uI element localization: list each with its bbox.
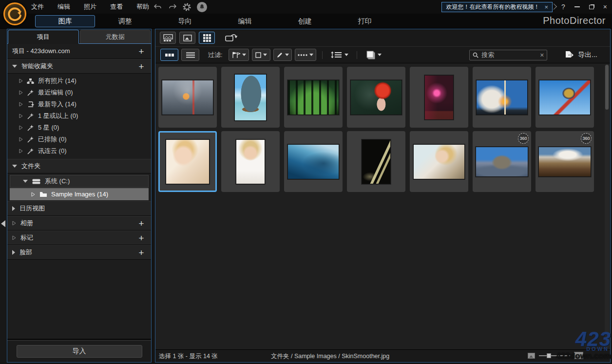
photo-thumbnail-skateboarder-sky[interactable] xyxy=(536,67,594,128)
expander-icon[interactable] xyxy=(19,78,23,83)
flag-filter-button[interactable] xyxy=(229,49,249,61)
more-filters-button[interactable] xyxy=(295,49,316,61)
expander-icon[interactable] xyxy=(19,114,23,118)
photo-thumbnail-basketball-dunk[interactable] xyxy=(158,67,217,128)
photo-thumbnail-pano-360-desert[interactable]: 360 xyxy=(536,131,594,192)
section-albums[interactable]: 相册 + xyxy=(7,216,151,230)
search-input[interactable] xyxy=(481,51,537,58)
photo-image xyxy=(236,139,265,184)
photo-thumbnail-pano-360-canyon[interactable]: 360 xyxy=(473,131,531,192)
expander-icon[interactable] xyxy=(19,125,23,130)
tab-create[interactable]: 创建 xyxy=(275,15,335,27)
browser-and-viewer-mode-button[interactable] xyxy=(160,32,176,44)
menu-view[interactable]: 查看 xyxy=(110,2,123,11)
tab-edit[interactable]: 编辑 xyxy=(215,15,275,27)
tab-print[interactable]: 打印 xyxy=(335,15,395,27)
section-smart-collection[interactable]: 智能收藏夹 + xyxy=(7,59,151,74)
section-calendar-view[interactable]: 日历视图 xyxy=(7,201,151,216)
thumbnail-view-button[interactable] xyxy=(160,49,178,61)
photo-thumbnail-woman-leaning[interactable] xyxy=(410,131,468,192)
photo-image xyxy=(539,80,591,115)
expand-down-icon[interactable] xyxy=(12,165,17,168)
expander-icon[interactable] xyxy=(19,102,23,107)
undo-icon[interactable] xyxy=(153,3,162,10)
expander-icon[interactable] xyxy=(12,235,16,240)
sort-order-button[interactable] xyxy=(328,49,351,61)
photo-thumbnail-red-maple-leaf[interactable] xyxy=(347,67,405,128)
tree-item-all-photos[interactable]: 所有照片 (14) xyxy=(7,75,151,87)
tab-adjust[interactable]: 调整 xyxy=(95,15,155,27)
photo-thumbnail-neon-sign-storefront[interactable] xyxy=(410,67,468,128)
export-button[interactable]: 导出... xyxy=(559,49,603,61)
expander-icon[interactable] xyxy=(19,90,23,95)
folder-sample-images-selected[interactable]: Sample Images (14) xyxy=(10,188,149,200)
tree-item-latest-import[interactable]: 最新导入 (14) xyxy=(7,98,151,110)
photo-thumbnail-dark-window-light[interactable] xyxy=(347,131,405,192)
tab-metadata[interactable]: 元数据 xyxy=(80,30,151,43)
settings-gear-icon[interactable] xyxy=(183,3,191,11)
minimize-button[interactable] xyxy=(574,6,580,7)
label-filter-button[interactable] xyxy=(273,49,292,61)
section-folders[interactable]: 文件夹 xyxy=(7,159,151,173)
add-tag-button[interactable]: + xyxy=(136,233,146,243)
project-label: 项目 - 423down.com xyxy=(12,47,70,56)
watermark: 423 DOWN 423down.com xyxy=(556,329,611,360)
help-button[interactable]: ? xyxy=(561,3,565,11)
magic-wand-icon xyxy=(26,89,35,96)
list-view-button[interactable] xyxy=(181,49,199,61)
dropdown-caret-icon xyxy=(344,54,348,56)
viewer-only-mode-button[interactable] xyxy=(179,32,195,44)
slider-handle[interactable] xyxy=(547,353,551,358)
add-album-button[interactable]: + xyxy=(136,219,146,228)
rating-filter-button[interactable] xyxy=(252,49,270,61)
tab-library[interactable]: 图库 xyxy=(35,15,95,27)
tab-guided[interactable]: 导向 xyxy=(155,15,215,27)
tree-item-one-star-up[interactable]: 1 星或以上 (0) xyxy=(7,110,151,122)
drive-system-c[interactable]: 系统 (C:) xyxy=(10,175,149,188)
expand-right-icon[interactable] xyxy=(12,206,15,211)
sidebar-collapse-icon[interactable] xyxy=(1,220,5,227)
expander-icon[interactable] xyxy=(19,137,23,142)
stack-photos-button[interactable] xyxy=(363,49,384,61)
expander-icon[interactable] xyxy=(19,149,23,153)
tab-project[interactable]: 项目 xyxy=(8,30,79,44)
photo-thumbnail-ocean-wave[interactable] xyxy=(284,131,343,192)
secondary-display-button[interactable] xyxy=(223,32,240,44)
notifications-bell-icon[interactable] xyxy=(197,2,207,12)
tree-item-five-star[interactable]: 5 星 (0) xyxy=(7,122,151,134)
add-smart-collection-button[interactable]: + xyxy=(136,62,146,71)
maximize-button[interactable] xyxy=(589,5,594,9)
expander-icon[interactable] xyxy=(31,192,35,197)
add-project-button[interactable]: + xyxy=(136,47,146,56)
redo-icon[interactable] xyxy=(168,3,177,10)
photo-thumbnail-rocket-launch[interactable] xyxy=(473,67,531,128)
export-label: 导出... xyxy=(578,51,597,59)
photo-thumbnail-laughing-woman[interactable] xyxy=(221,131,280,192)
scrollbar-thumb[interactable] xyxy=(605,65,609,110)
tree-item-cyberlink-cloud[interactable]: 讯连云 (0) xyxy=(7,145,151,157)
tooltip-close-icon[interactable]: × xyxy=(544,3,548,11)
tree-item-excluded[interactable]: 已排除 (0) xyxy=(7,134,151,145)
expand-down-icon[interactable] xyxy=(23,180,28,183)
photo-thumbnail-smiling-woman[interactable] xyxy=(158,131,217,192)
tree-label: 讯连云 (0) xyxy=(38,147,67,155)
browser-only-mode-button[interactable] xyxy=(199,32,215,44)
photo-thumbnail-karst-rock-boat[interactable] xyxy=(221,67,280,128)
search-clear-icon[interactable]: × xyxy=(540,51,544,59)
photo-thumbnail-sunlit-forest[interactable] xyxy=(284,67,343,128)
search-icon xyxy=(473,52,478,58)
menu-file[interactable]: 文件 xyxy=(31,2,44,11)
sidebar-collapse-strip xyxy=(0,29,7,363)
tree-item-recently-edited[interactable]: 最近编辑 (0) xyxy=(7,87,151,98)
add-face-button[interactable]: + xyxy=(136,248,146,257)
menu-photo[interactable]: 照片 xyxy=(84,2,96,11)
section-tags[interactable]: 标记 + xyxy=(7,230,151,245)
section-faces[interactable]: 脸部 + xyxy=(7,245,151,260)
expand-right-icon[interactable] xyxy=(12,250,15,255)
close-button[interactable]: × xyxy=(603,3,607,11)
vertical-scrollbar[interactable] xyxy=(605,64,609,348)
import-button[interactable]: 导入 xyxy=(17,345,142,358)
menu-edit[interactable]: 编辑 xyxy=(57,2,70,11)
expander-icon[interactable] xyxy=(12,221,16,226)
expand-down-icon[interactable] xyxy=(12,65,17,68)
